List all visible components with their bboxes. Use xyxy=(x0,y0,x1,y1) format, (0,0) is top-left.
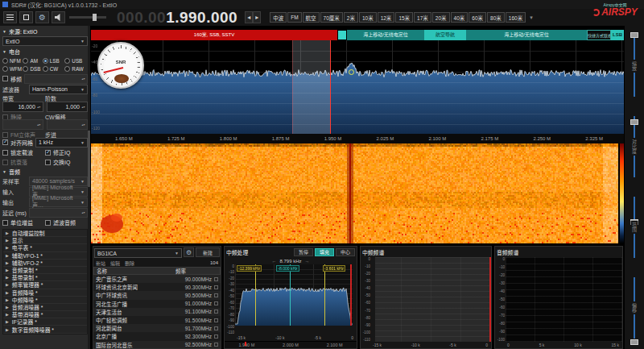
squelch-input[interactable]: ▴▾ xyxy=(2,119,43,130)
row-checkbox[interactable] xyxy=(214,343,218,347)
table-row[interactable]: 北京广播 92.300MHz xyxy=(93,332,221,340)
option-checkbox[interactable]: 单位增益 xyxy=(2,218,45,227)
new-entry-button[interactable]: 新建 xyxy=(196,247,220,257)
band-plan-segment[interactable]: 海上移动/无线电定位 xyxy=(466,30,587,40)
mode-radio[interactable]: DSB xyxy=(23,66,42,72)
band-button[interactable]: 60米 xyxy=(469,12,486,23)
band-plan-segment[interactable] xyxy=(338,31,346,39)
radio-section-header[interactable]: ▼电台 xyxy=(2,47,88,56)
band-button[interactable]: 12米 xyxy=(378,12,395,23)
row-checkbox[interactable] xyxy=(214,277,218,281)
band-button[interactable]: 20米 xyxy=(432,12,450,23)
spectrum-view[interactable]: -20-40-60-80-100-120 SNR xyxy=(91,40,624,134)
volume-slider-thumb[interactable] xyxy=(93,14,97,21)
if-canvas[interactable] xyxy=(235,264,353,326)
latency-input[interactable]: ▴▾ xyxy=(29,208,88,218)
band-button[interactable]: 2米 xyxy=(344,12,358,23)
row-checkbox[interactable] xyxy=(214,285,218,289)
slider-thumb[interactable] xyxy=(630,339,638,345)
table-row[interactable]: 河北新闻台 91.700MHz xyxy=(93,324,221,332)
vertical-slider[interactable]: 对比度 xyxy=(625,106,644,187)
action-edit[interactable]: 编辑 xyxy=(110,260,120,267)
spinner-icon[interactable]: ▴▾ xyxy=(80,75,86,83)
band-plan-segment[interactable]: 160米, SSB, SSTV xyxy=(91,30,337,40)
vertical-slider[interactable]: 范围 xyxy=(625,187,644,268)
table-row[interactable]: 央广音乐之声 90.000MHz xyxy=(93,275,221,283)
mode-radio[interactable]: USB xyxy=(64,58,88,64)
band-button[interactable]: 10米 xyxy=(359,12,377,23)
option-checkbox[interactable]: 锁定载波 xyxy=(2,147,45,157)
spinner-icon[interactable]: ▴▾ xyxy=(36,120,42,129)
if-button[interactable]: 中心 xyxy=(336,248,355,256)
band-button[interactable]: 15米 xyxy=(395,12,413,23)
bandwidth-input[interactable]: 16,000▴▾ xyxy=(2,102,43,112)
waterfall-view[interactable] xyxy=(91,143,624,243)
spinner-icon[interactable]: ▴▾ xyxy=(36,102,42,111)
row-checkbox[interactable] xyxy=(214,310,218,314)
source-select[interactable]: ExtIO▼ xyxy=(2,36,88,46)
table-row[interactable]: 天津生活台 91.100MHz xyxy=(93,308,221,316)
table-row[interactable]: 河北生活广播 91.000MHz xyxy=(93,300,221,308)
band-button[interactable]: 航空 xyxy=(303,12,320,23)
manager-settings-button[interactable]: ⚙ xyxy=(184,247,194,257)
option-checkbox[interactable]: 交换IQ xyxy=(45,157,88,167)
step-up-button[interactable]: ▸ xyxy=(253,11,261,23)
band-button[interactable]: FM xyxy=(287,12,301,23)
slider-thumb[interactable] xyxy=(630,119,638,125)
more-bands-chevron-icon[interactable]: ▾ xyxy=(530,15,533,21)
mode-radio[interactable]: CW xyxy=(43,66,65,72)
mute-button[interactable] xyxy=(52,11,65,23)
mode-radio[interactable]: AM xyxy=(23,58,42,64)
table-row[interactable]: 环球资讯北京新闻 90.300MHz xyxy=(93,283,221,291)
table-row[interactable]: 中广环球资讯 90.500MHz xyxy=(93,291,221,299)
scrollbar-thumb[interactable] xyxy=(88,131,90,187)
band-plan-segment[interactable]: 航空导航 xyxy=(424,30,466,40)
option-checkbox[interactable]: 修正IQ xyxy=(45,147,88,157)
band-plan-segment[interactable]: 海上移动/无线电定位 xyxy=(347,30,424,40)
column-name[interactable]: 名称 xyxy=(97,267,175,275)
plugin-item[interactable]: ▶数字音频降噪器 * xyxy=(3,326,87,333)
row-checkbox[interactable] xyxy=(214,334,218,339)
slider-thumb[interactable] xyxy=(630,32,638,38)
airspy-logo[interactable]: Airspy中文网 AIRSPY xyxy=(588,2,642,17)
mode-radio[interactable]: WFM xyxy=(2,66,23,72)
column-frequency[interactable]: 频率 xyxy=(175,267,211,275)
settings-button[interactable]: ⚙ xyxy=(35,11,49,23)
vertical-slider[interactable]: 偏移 xyxy=(625,268,644,348)
if-plot[interactable]: -12.399 kHz -8.000 kHz -3.601 kHz xyxy=(235,264,357,334)
band-button[interactable]: 40米 xyxy=(451,12,469,23)
band-plan-segment[interactable]: LSB xyxy=(611,30,624,40)
step-down-button[interactable]: ◂ xyxy=(245,11,253,23)
audio-section-header[interactable]: ▼音频 xyxy=(2,167,88,176)
row-checkbox[interactable] xyxy=(214,293,218,297)
waterfall-canvas[interactable] xyxy=(91,143,618,243)
table-row[interactable]: 国际台河北音乐 92.500MHz xyxy=(93,341,221,349)
cw-shift-input[interactable]: ▴▾ xyxy=(47,119,88,130)
option-checkbox[interactable]: 抗衰落 xyxy=(2,157,45,167)
shift-checkbox[interactable]: 移频 xyxy=(2,74,22,84)
filter-selection-overlay[interactable] xyxy=(292,40,330,134)
band-button[interactable]: 17米 xyxy=(414,12,431,23)
band-plan-segment[interactable]: 快捷方式联络 xyxy=(587,30,611,40)
action-delete[interactable]: 删除 xyxy=(125,260,134,267)
if2-plot[interactable] xyxy=(371,257,491,342)
band-button[interactable]: 160米 xyxy=(506,12,526,23)
mode-radio[interactable]: NFM xyxy=(2,58,23,64)
band-button[interactable]: 80米 xyxy=(487,12,505,23)
table-row[interactable]: 中广轻松调频 91.500MHz xyxy=(93,316,221,324)
action-new[interactable]: 新站 xyxy=(96,260,105,267)
band-button[interactable]: 70厘米 xyxy=(320,12,343,23)
band-button[interactable]: 中波 xyxy=(270,12,287,23)
menu-button[interactable] xyxy=(3,11,17,23)
audio-output-select[interactable]: [MME] Microsoft 声…▼ xyxy=(29,197,88,207)
mode-radio[interactable]: LSB xyxy=(43,58,65,64)
sidebar-scrollbar[interactable] xyxy=(88,26,90,349)
start-stop-button[interactable] xyxy=(19,11,33,23)
spinner-icon[interactable]: ▴▾ xyxy=(80,209,86,217)
mini-band-scale[interactable]: 1.990 M 2.000 M 2.100 M xyxy=(225,341,357,348)
spinner-icon[interactable]: ▴▾ xyxy=(80,120,86,129)
vertical-slider[interactable]: 缩放 xyxy=(625,26,644,106)
frequency-display[interactable]: 000.001.990.000 xyxy=(117,10,237,25)
if-button[interactable]: 填充 xyxy=(315,248,334,256)
row-checkbox[interactable] xyxy=(214,326,218,330)
